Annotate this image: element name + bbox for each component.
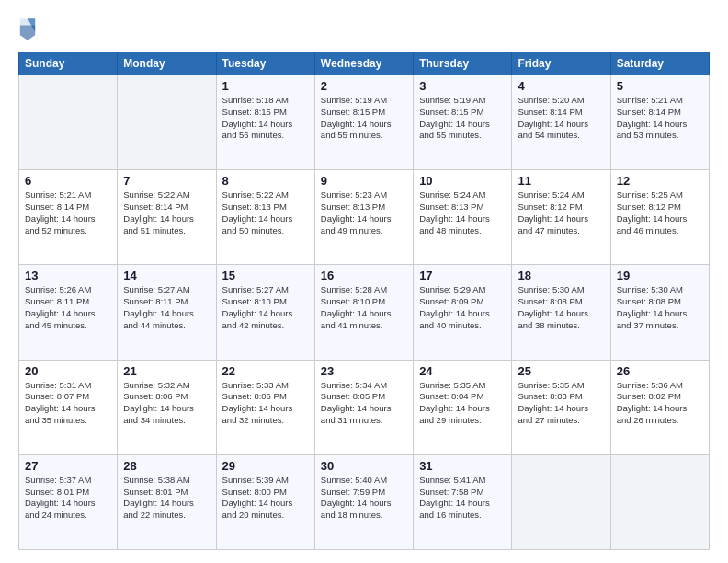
calendar-cell: 12Sunrise: 5:25 AM Sunset: 8:12 PM Dayli… [610, 170, 709, 265]
cell-info: Sunrise: 5:33 AM Sunset: 8:06 PM Dayligh… [222, 380, 309, 427]
weekday-header-thursday: Thursday [414, 52, 512, 75]
logo [18, 17, 40, 42]
cell-info: Sunrise: 5:37 AM Sunset: 8:01 PM Dayligh… [25, 475, 111, 522]
calendar-cell: 7Sunrise: 5:22 AM Sunset: 8:14 PM Daylig… [118, 170, 216, 265]
day-number: 14 [123, 269, 210, 282]
day-number: 10 [419, 174, 506, 188]
cell-info: Sunrise: 5:23 AM Sunset: 8:13 PM Dayligh… [321, 190, 407, 236]
day-number: 23 [321, 364, 407, 378]
cell-info: Sunrise: 5:35 AM Sunset: 8:04 PM Dayligh… [419, 380, 506, 427]
cell-info: Sunrise: 5:22 AM Sunset: 8:13 PM Dayligh… [222, 190, 309, 236]
calendar-cell: 15Sunrise: 5:27 AM Sunset: 8:10 PM Dayli… [216, 265, 314, 360]
weekday-header-wednesday: Wednesday [314, 52, 413, 75]
weekday-header-monday: Monday [118, 52, 216, 75]
calendar-cell: 13Sunrise: 5:26 AM Sunset: 8:11 PM Dayli… [19, 265, 118, 360]
calendar-week-row: 27Sunrise: 5:37 AM Sunset: 8:01 PM Dayli… [19, 454, 710, 549]
calendar-cell: 31Sunrise: 5:41 AM Sunset: 7:58 PM Dayli… [414, 454, 512, 549]
day-number: 20 [25, 364, 111, 378]
day-number: 2 [321, 79, 407, 93]
day-number: 19 [617, 269, 703, 282]
cell-info: Sunrise: 5:29 AM Sunset: 8:09 PM Dayligh… [419, 284, 506, 331]
day-number: 25 [518, 364, 604, 378]
cell-info: Sunrise: 5:40 AM Sunset: 7:59 PM Dayligh… [321, 475, 407, 522]
day-number: 7 [123, 174, 210, 188]
calendar-cell: 6Sunrise: 5:21 AM Sunset: 8:14 PM Daylig… [19, 170, 118, 265]
calendar-cell: 19Sunrise: 5:30 AM Sunset: 8:08 PM Dayli… [610, 265, 709, 360]
cell-info: Sunrise: 5:31 AM Sunset: 8:07 PM Dayligh… [25, 380, 111, 427]
day-number: 30 [321, 459, 407, 473]
calendar-week-row: 13Sunrise: 5:26 AM Sunset: 8:11 PM Dayli… [19, 265, 710, 360]
cell-info: Sunrise: 5:24 AM Sunset: 8:13 PM Dayligh… [419, 190, 506, 236]
cell-info: Sunrise: 5:35 AM Sunset: 8:03 PM Dayligh… [518, 380, 604, 427]
day-number: 9 [321, 174, 407, 188]
day-number: 28 [123, 459, 210, 473]
cell-info: Sunrise: 5:27 AM Sunset: 8:11 PM Dayligh… [123, 284, 210, 331]
cell-info: Sunrise: 5:24 AM Sunset: 8:12 PM Dayligh… [518, 190, 604, 236]
calendar-cell: 16Sunrise: 5:28 AM Sunset: 8:10 PM Dayli… [314, 265, 413, 360]
day-number: 8 [222, 174, 309, 188]
weekday-header-sunday: Sunday [19, 52, 118, 75]
day-number: 5 [617, 79, 703, 93]
cell-info: Sunrise: 5:26 AM Sunset: 8:11 PM Dayligh… [25, 284, 111, 331]
day-number: 13 [25, 269, 111, 282]
day-number: 29 [222, 459, 309, 473]
day-number: 18 [518, 269, 604, 282]
calendar-cell: 21Sunrise: 5:32 AM Sunset: 8:06 PM Dayli… [118, 360, 216, 454]
cell-info: Sunrise: 5:19 AM Sunset: 8:15 PM Dayligh… [419, 95, 506, 142]
cell-info: Sunrise: 5:28 AM Sunset: 8:10 PM Dayligh… [321, 284, 407, 331]
page: SundayMondayTuesdayWednesdayThursdayFrid… [0, 0, 728, 563]
header [18, 17, 710, 42]
day-number: 15 [222, 269, 309, 282]
day-number: 24 [419, 364, 506, 378]
cell-info: Sunrise: 5:32 AM Sunset: 8:06 PM Dayligh… [123, 380, 210, 427]
calendar-cell [512, 454, 610, 549]
calendar-cell: 3Sunrise: 5:19 AM Sunset: 8:15 PM Daylig… [414, 75, 512, 170]
calendar-cell: 18Sunrise: 5:30 AM Sunset: 8:08 PM Dayli… [512, 265, 610, 360]
cell-info: Sunrise: 5:41 AM Sunset: 7:58 PM Dayligh… [419, 475, 506, 522]
calendar-cell: 17Sunrise: 5:29 AM Sunset: 8:09 PM Dayli… [414, 265, 512, 360]
calendar-cell [610, 454, 709, 549]
cell-info: Sunrise: 5:22 AM Sunset: 8:14 PM Dayligh… [123, 190, 210, 236]
calendar-cell: 2Sunrise: 5:19 AM Sunset: 8:15 PM Daylig… [314, 75, 413, 170]
day-number: 26 [617, 364, 703, 378]
day-number: 21 [123, 364, 210, 378]
day-number: 31 [419, 459, 506, 473]
calendar-week-row: 1Sunrise: 5:18 AM Sunset: 8:15 PM Daylig… [19, 75, 710, 170]
calendar-cell: 10Sunrise: 5:24 AM Sunset: 8:13 PM Dayli… [414, 170, 512, 265]
cell-info: Sunrise: 5:20 AM Sunset: 8:14 PM Dayligh… [518, 95, 604, 142]
calendar-cell: 24Sunrise: 5:35 AM Sunset: 8:04 PM Dayli… [414, 360, 512, 454]
calendar-cell: 1Sunrise: 5:18 AM Sunset: 8:15 PM Daylig… [216, 75, 314, 170]
calendar-cell: 14Sunrise: 5:27 AM Sunset: 8:11 PM Dayli… [118, 265, 216, 360]
cell-info: Sunrise: 5:18 AM Sunset: 8:15 PM Dayligh… [222, 95, 309, 142]
calendar-cell: 30Sunrise: 5:40 AM Sunset: 7:59 PM Dayli… [314, 454, 413, 549]
calendar-cell: 22Sunrise: 5:33 AM Sunset: 8:06 PM Dayli… [216, 360, 314, 454]
calendar-cell: 8Sunrise: 5:22 AM Sunset: 8:13 PM Daylig… [216, 170, 314, 265]
calendar-cell: 26Sunrise: 5:36 AM Sunset: 8:02 PM Dayli… [610, 360, 709, 454]
calendar-week-row: 20Sunrise: 5:31 AM Sunset: 8:07 PM Dayli… [19, 360, 710, 454]
calendar-week-row: 6Sunrise: 5:21 AM Sunset: 8:14 PM Daylig… [19, 170, 710, 265]
calendar-cell [19, 75, 118, 170]
day-number: 6 [25, 174, 111, 188]
day-number: 11 [518, 174, 604, 188]
calendar-header-row: SundayMondayTuesdayWednesdayThursdayFrid… [19, 52, 710, 75]
cell-info: Sunrise: 5:25 AM Sunset: 8:12 PM Dayligh… [617, 190, 703, 236]
weekday-header-friday: Friday [512, 52, 610, 75]
calendar-cell [118, 75, 216, 170]
cell-info: Sunrise: 5:19 AM Sunset: 8:15 PM Dayligh… [321, 95, 407, 142]
svg-marker-2 [20, 25, 35, 40]
cell-info: Sunrise: 5:30 AM Sunset: 8:08 PM Dayligh… [518, 284, 604, 331]
cell-info: Sunrise: 5:38 AM Sunset: 8:01 PM Dayligh… [123, 475, 210, 522]
calendar-cell: 29Sunrise: 5:39 AM Sunset: 8:00 PM Dayli… [216, 454, 314, 549]
calendar-cell: 27Sunrise: 5:37 AM Sunset: 8:01 PM Dayli… [19, 454, 118, 549]
cell-info: Sunrise: 5:34 AM Sunset: 8:05 PM Dayligh… [321, 380, 407, 427]
calendar-cell: 5Sunrise: 5:21 AM Sunset: 8:14 PM Daylig… [610, 75, 709, 170]
day-number: 22 [222, 364, 309, 378]
cell-info: Sunrise: 5:30 AM Sunset: 8:08 PM Dayligh… [617, 284, 703, 331]
day-number: 27 [25, 459, 111, 473]
calendar-cell: 23Sunrise: 5:34 AM Sunset: 8:05 PM Dayli… [314, 360, 413, 454]
cell-info: Sunrise: 5:21 AM Sunset: 8:14 PM Dayligh… [617, 95, 703, 142]
day-number: 17 [419, 269, 506, 282]
cell-info: Sunrise: 5:36 AM Sunset: 8:02 PM Dayligh… [617, 380, 703, 427]
day-number: 4 [518, 79, 604, 93]
day-number: 16 [321, 269, 407, 282]
